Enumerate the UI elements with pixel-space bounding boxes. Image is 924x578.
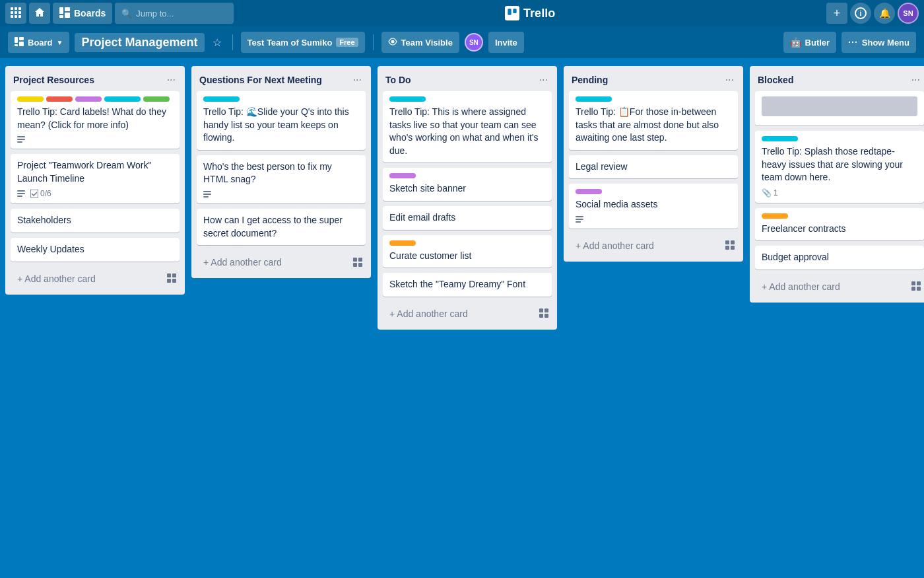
checklist-progress: 0/6 (40, 189, 51, 198)
list-header: Questions For Next Meeting ··· (191, 66, 371, 91)
svg-rect-47 (725, 246, 729, 250)
svg-rect-5 (18, 11, 21, 14)
list-title: Blocked (758, 75, 908, 85)
show-menu-button[interactable]: ··· Show Menu (842, 32, 916, 53)
label-red (46, 96, 73, 102)
svg-rect-22 (17, 141, 22, 143)
card[interactable] (755, 91, 924, 126)
apps-button[interactable] (5, 3, 26, 24)
card[interactable]: Trello Tip: Splash those redtape-heavy i… (755, 131, 924, 203)
butler-button[interactable]: 🤖 Butler (783, 32, 837, 53)
list-menu-button[interactable]: ··· (908, 73, 924, 87)
card-template-button[interactable] (164, 270, 180, 288)
add-card-button[interactable]: + Add another card (569, 236, 722, 256)
card[interactable]: Edit email drafts (383, 206, 552, 230)
label-purple2 (389, 173, 416, 178)
card-template-button[interactable] (536, 305, 552, 323)
card-template-button[interactable] (350, 254, 366, 272)
card-labels (762, 136, 917, 141)
card[interactable]: Weekly Updates (11, 238, 180, 262)
add-button[interactable]: + (826, 3, 847, 24)
description-icon (17, 135, 25, 143)
svg-rect-2 (18, 7, 21, 10)
svg-rect-17 (19, 42, 24, 46)
card[interactable]: How can I get access to the super secret… (197, 209, 366, 245)
svg-rect-44 (576, 221, 581, 223)
card-text: Curate customer list (389, 250, 545, 263)
card[interactable]: Stakeholders (11, 209, 180, 233)
svg-rect-34 (353, 258, 357, 262)
add-card-button[interactable]: + Add another card (197, 253, 350, 273)
card[interactable]: Trello Tip: This is where assigned tasks… (383, 91, 552, 163)
card-template-button[interactable] (908, 278, 924, 296)
card-text: Sketch the "Teamy Dreamy" Font (389, 278, 545, 291)
svg-rect-13 (508, 9, 511, 15)
card[interactable]: Sketch site banner (383, 168, 552, 201)
svg-rect-30 (172, 279, 176, 283)
user-initials: SN (903, 9, 913, 17)
list-menu-button[interactable]: ··· (721, 73, 738, 87)
nav-right: + i 🔔 SN (826, 3, 919, 24)
svg-rect-49 (911, 281, 915, 285)
card[interactable]: Freelancer contracts (755, 208, 924, 241)
team-label-button[interactable]: Test Team of Sumiko Free (241, 32, 365, 53)
list-menu-button[interactable]: ··· (163, 73, 180, 87)
list-project-resources: Project Resources ··· Trello Tip: Card l… (5, 66, 185, 295)
svg-rect-46 (731, 240, 735, 244)
svg-rect-52 (917, 287, 921, 291)
card[interactable]: Sketch the "Teamy Dreamy" Font (383, 273, 552, 297)
invite-button[interactable]: Invite (488, 32, 524, 53)
add-icon: + (834, 7, 841, 20)
svg-rect-28 (172, 273, 176, 277)
info-button[interactable]: i (850, 3, 871, 24)
user-avatar[interactable]: SN (898, 3, 919, 24)
card[interactable]: Trello Tip: Card labels! What do they me… (11, 91, 180, 149)
label-cyan (203, 96, 240, 102)
search-bar[interactable]: 🔍 (115, 3, 234, 24)
show-menu-dots-icon: ··· (848, 37, 858, 48)
card[interactable]: Social media assets (569, 184, 738, 229)
svg-rect-45 (725, 240, 729, 244)
boards-button[interactable]: Boards (53, 3, 112, 24)
card[interactable]: Who's the best person to fix my HTML sna… (197, 155, 366, 203)
add-card-button[interactable]: + Add another card (383, 305, 536, 324)
star-icon: ☆ (213, 37, 222, 48)
card-text: Legal review (576, 161, 731, 174)
board-view-button[interactable]: Board ▼ (8, 32, 69, 53)
list-menu-button[interactable]: ··· (535, 73, 552, 87)
home-button[interactable] (29, 3, 50, 24)
notification-button[interactable]: 🔔 (874, 3, 895, 24)
list-header: Project Resources ··· (5, 66, 185, 91)
svg-rect-4 (15, 11, 17, 14)
board-dropdown-icon: ▼ (57, 39, 63, 46)
visibility-button[interactable]: Team Visible (381, 32, 459, 53)
board-view-icon (15, 37, 24, 48)
board-user-initials: SN (469, 39, 478, 46)
card[interactable]: Budget approval (755, 246, 924, 270)
card[interactable]: Trello Tip: 🌊Slide your Q's into this ha… (197, 91, 366, 150)
svg-rect-15 (15, 37, 18, 43)
board-title[interactable]: Project Management (75, 33, 204, 52)
list-menu-button[interactable]: ··· (349, 73, 366, 87)
search-input[interactable] (136, 9, 222, 18)
star-button[interactable]: ☆ (210, 34, 224, 52)
svg-rect-14 (513, 9, 516, 13)
svg-rect-37 (358, 263, 362, 267)
svg-rect-7 (15, 15, 17, 18)
card-text: Trello Tip: This is where assigned tasks… (389, 106, 545, 157)
card-footer (576, 215, 731, 223)
svg-rect-31 (203, 191, 211, 192)
board-user-avatar[interactable]: SN (465, 33, 483, 52)
home-icon (34, 7, 45, 20)
list-title: Pending (572, 75, 721, 85)
card-text: Trello Tip: 📋For those in-between tasks … (576, 106, 731, 145)
add-card-button[interactable]: + Add another card (755, 277, 908, 297)
add-card-button[interactable]: + Add another card (11, 270, 164, 289)
card[interactable]: Legal review (569, 155, 738, 179)
card[interactable]: Project "Teamwork Dream Work" Launch Tim… (11, 154, 180, 203)
card[interactable]: Trello Tip: 📋For those in-between tasks … (569, 91, 738, 150)
label-green (143, 96, 170, 102)
card[interactable]: Curate customer list (383, 235, 552, 268)
card-template-button[interactable] (722, 237, 738, 255)
card-text: Trello Tip: Splash those redtape-heavy i… (762, 145, 917, 184)
